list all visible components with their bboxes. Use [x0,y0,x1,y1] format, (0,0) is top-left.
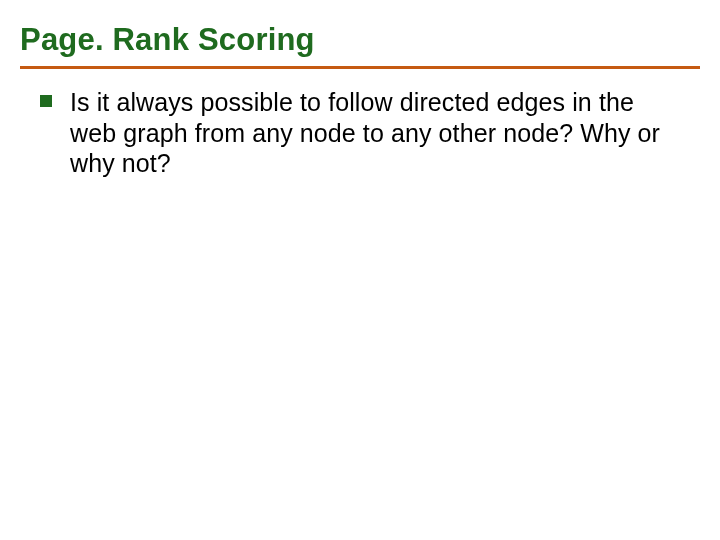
square-bullet-icon [40,95,52,107]
slide-title: Page. Rank Scoring [20,22,700,64]
title-region: Page. Rank Scoring [0,0,720,69]
list-item: Is it always possible to follow directed… [40,87,680,179]
slide-body: Is it always possible to follow directed… [0,69,720,179]
bullet-text: Is it always possible to follow directed… [70,87,680,179]
slide: Page. Rank Scoring Is it always possible… [0,0,720,540]
